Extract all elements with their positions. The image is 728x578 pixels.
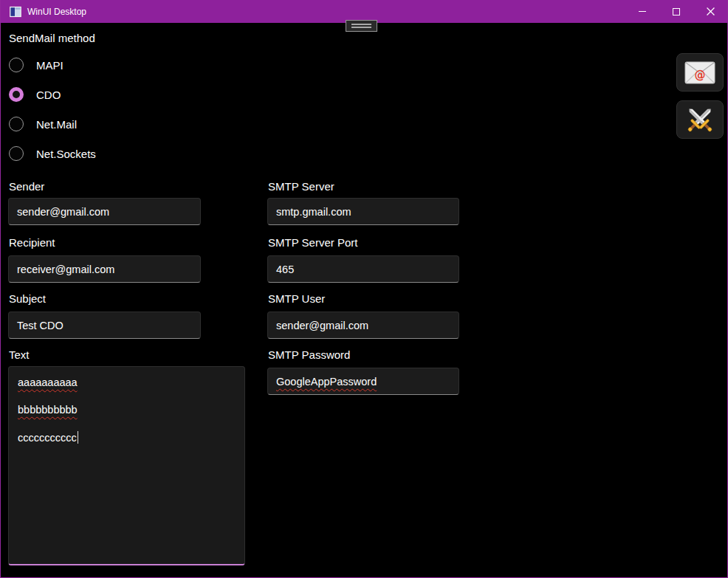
subject-value: Test CDO: [17, 320, 63, 331]
radio-circle-unselected[interactable]: [9, 117, 24, 131]
smtp-user-label: SMTP User: [268, 292, 325, 305]
app-icon: [10, 6, 21, 18]
svg-text:@: @: [695, 69, 706, 82]
radio-label: Net.Mail: [36, 118, 77, 131]
radio-label: Net.Sockets: [36, 148, 96, 160]
text-line: aaaaaaaaaa: [18, 376, 78, 388]
subject-label: Subject: [9, 292, 46, 305]
smtp-port-label: SMTP Server Port: [268, 236, 357, 249]
smtp-server-label: SMTP Server: [268, 180, 334, 193]
smtp-user-input[interactable]: sender@gmail.com: [267, 312, 459, 339]
radio-mapi[interactable]: MAPI: [9, 58, 63, 72]
radio-netmail[interactable]: Net.Mail: [9, 117, 77, 131]
minimize-button[interactable]: [625, 0, 659, 23]
maximize-icon: [673, 8, 680, 16]
smtp-port-value: 465: [276, 264, 294, 275]
smtp-server-input[interactable]: smtp.gmail.com: [267, 198, 459, 225]
smtp-password-input[interactable]: GoogleAppPassword: [267, 368, 459, 395]
app-window: WinUI Desktop SendMail method MAPI CDO N…: [0, 0, 728, 578]
smtp-server-value: smtp.gmail.com: [276, 206, 351, 218]
smtp-password-value: GoogleAppPassword: [276, 376, 377, 388]
text-input[interactable]: aaaaaaaaaa bbbbbbbbbb ccccccccccc: [8, 366, 245, 565]
text-caret: [78, 431, 79, 444]
recipient-input[interactable]: receiver@gmail.com: [8, 255, 201, 283]
radio-label: CDO: [36, 89, 61, 101]
radio-circle-selected[interactable]: [9, 87, 24, 102]
smtp-password-label: SMTP Password: [268, 348, 350, 361]
subject-input[interactable]: Test CDO: [8, 312, 201, 339]
drag-handle-bar: [351, 27, 371, 28]
test-send-button[interactable]: [676, 100, 724, 139]
smtp-port-input[interactable]: 465: [267, 255, 459, 283]
maximize-button[interactable]: [659, 0, 693, 23]
radio-netsockets[interactable]: Net.Sockets: [9, 146, 96, 161]
sender-label: Sender: [9, 180, 44, 193]
text-line: ccccccccccc: [18, 432, 77, 444]
drag-handle[interactable]: [346, 20, 377, 32]
caption-buttons: [625, 0, 727, 23]
radio-circle-unselected[interactable]: [9, 146, 24, 161]
radio-circle-unselected[interactable]: [9, 58, 24, 72]
radio-label: MAPI: [36, 59, 63, 72]
drag-handle-bar: [351, 24, 371, 25]
close-button[interactable]: [693, 0, 727, 23]
email-envelope-icon: @: [684, 61, 715, 84]
minimize-icon: [639, 11, 646, 12]
smtp-user-value: sender@gmail.com: [276, 320, 368, 331]
sender-input[interactable]: sender@gmail.com: [8, 198, 201, 225]
recipient-label: Recipient: [9, 236, 55, 249]
window-title: WinUI Desktop: [27, 7, 86, 17]
text-label: Text: [9, 348, 30, 361]
recipient-value: receiver@gmail.com: [17, 264, 114, 275]
text-line: bbbbbbbbbb: [18, 404, 78, 416]
close-icon: [707, 7, 715, 16]
crossed-swords-icon: [683, 103, 717, 137]
sendmail-method-label: SendMail method: [9, 32, 95, 44]
sender-value: sender@gmail.com: [17, 206, 109, 218]
radio-cdo[interactable]: CDO: [9, 87, 61, 102]
send-mail-button[interactable]: @: [676, 53, 724, 92]
